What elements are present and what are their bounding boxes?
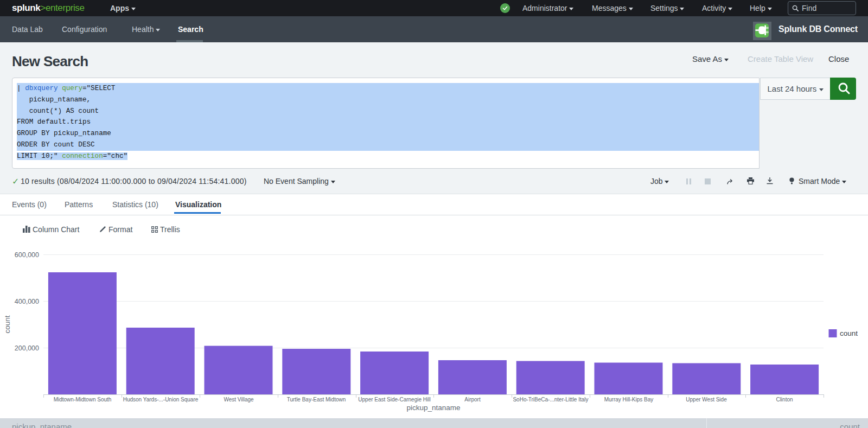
svg-text:200,000: 200,000 — [15, 344, 39, 352]
svg-text:600,000: 600,000 — [15, 251, 39, 259]
svg-text:count: count — [840, 329, 858, 337]
svg-text:SoHo-TriBeCa-...nter-Little It: SoHo-TriBeCa-...nter-Little Italy — [513, 397, 588, 403]
svg-text:Upper East Side-Carnegie Hill: Upper East Side-Carnegie Hill — [358, 397, 430, 403]
svg-text:Turtle Bay-East Midtown: Turtle Bay-East Midtown — [287, 397, 346, 403]
svg-text:West Village: West Village — [224, 397, 254, 403]
svg-text:count: count — [3, 315, 11, 333]
svg-text:400,000: 400,000 — [15, 298, 39, 305]
svg-text:pickup_ntaname: pickup_ntaname — [406, 404, 460, 412]
svg-text:Clinton: Clinton — [776, 397, 793, 403]
svg-text:Hudson Yards-...-Union Square: Hudson Yards-...-Union Square — [123, 397, 199, 403]
svg-text:Murray Hill-Kips Bay: Murray Hill-Kips Bay — [604, 397, 654, 403]
svg-text:Midtown-Midtown South: Midtown-Midtown South — [54, 397, 112, 403]
svg-text:Upper West Side: Upper West Side — [686, 397, 727, 403]
svg-text:Airport: Airport — [464, 397, 481, 403]
